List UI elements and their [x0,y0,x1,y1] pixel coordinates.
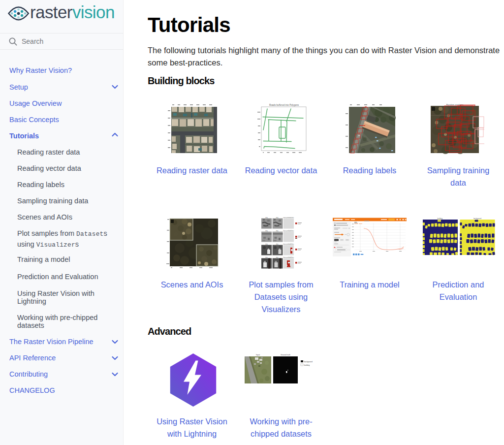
svg-text:img: img [265,217,268,219]
svg-text:building: building [304,364,310,366]
svg-text:Ground truth: Ground truth [281,354,290,356]
svg-text:img: img [265,230,268,232]
svg-text:img: img [265,256,268,258]
svg-text:class probabilities: class probabilities [283,217,294,219]
svg-text:Input: Input [256,354,260,356]
svg-text:class probabilities: class probabilities [283,243,294,245]
svg-text:background: background [473,218,481,220]
svg-text:Random windows: Random windows [446,103,464,106]
svg-text:img: img [265,243,268,245]
svg-text:Roads buffered into Polygons: Roads buffered into Polygons [269,104,299,106]
svg-text:img: img [276,230,279,232]
svg-text:img: img [276,217,279,219]
svg-text:class probabilities: class probabilities [283,230,294,232]
svg-text:class probabilities: class probabilities [283,256,294,258]
svg-text:img: img [276,243,279,245]
svg-text:building: building [438,218,443,220]
svg-text:img: img [276,256,279,258]
svg-text:background: background [304,361,313,363]
